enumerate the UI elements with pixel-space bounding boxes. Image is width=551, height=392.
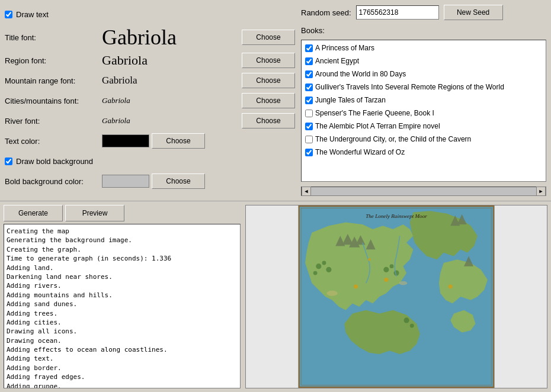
svg-point-26 xyxy=(399,281,408,285)
book-label: Around the World in 80 Days xyxy=(315,70,406,78)
log-line: Adding text. xyxy=(7,354,238,363)
book-checkbox[interactable] xyxy=(305,83,313,91)
draw-text-label: Draw text xyxy=(16,10,49,19)
book-item: Spenser's The Faerie Queene, Book I xyxy=(303,107,544,120)
region-font-label: Region font: xyxy=(5,56,100,65)
log-line: Drawing ocean. xyxy=(7,336,238,345)
svg-point-21 xyxy=(449,284,453,288)
random-seed-input[interactable] xyxy=(356,5,439,20)
bold-background-color-choose-button[interactable]: Choose xyxy=(152,173,205,189)
title-font-choose-button[interactable]: Choose xyxy=(242,30,295,45)
generate-button[interactable]: Generate xyxy=(4,205,63,221)
preview-button[interactable]: Preview xyxy=(65,205,124,221)
log-line: Adding trees. xyxy=(7,309,238,318)
text-color-choose-button[interactable]: Choose xyxy=(152,133,205,149)
book-item: Ancient Egypt xyxy=(303,54,544,68)
log-line: Creating the graph. xyxy=(7,245,238,254)
title-font-label: Title font: xyxy=(5,33,100,42)
book-checkbox[interactable] xyxy=(305,44,313,52)
mountain-range-font-choose-button[interactable]: Choose xyxy=(242,73,295,88)
svg-point-19 xyxy=(384,278,388,282)
log-line: Creating the map xyxy=(7,227,238,236)
log-line: Darkening land near shores. xyxy=(7,272,238,281)
draw-bold-background-checkbox[interactable] xyxy=(5,158,12,165)
scroll-track[interactable] xyxy=(311,187,536,195)
draw-text-checkbox[interactable] xyxy=(5,11,12,18)
log-line: Adding sand dunes. xyxy=(7,300,238,309)
book-label: A Princess of Mars xyxy=(315,44,374,52)
log-line: Adding border. xyxy=(7,364,238,372)
books-scrollbar[interactable]: ◄ ► xyxy=(301,187,546,196)
title-font-preview: Gabriola xyxy=(102,25,239,50)
draw-bold-background-label: Draw bold background xyxy=(16,157,93,166)
svg-point-10 xyxy=(322,261,326,265)
book-checkbox[interactable] xyxy=(305,57,313,65)
scroll-right-arrow[interactable]: ► xyxy=(536,187,546,196)
svg-point-20 xyxy=(368,258,371,261)
svg-point-11 xyxy=(326,267,331,272)
river-font-label: River font: xyxy=(5,117,100,126)
book-checkbox[interactable] xyxy=(305,136,313,143)
book-item: Gulliver's Travels Into Several Remote R… xyxy=(303,81,544,94)
books-label: Books: xyxy=(301,26,546,35)
book-label: The Wonderful Wizard of Oz xyxy=(315,148,405,156)
text-color-label: Text color: xyxy=(5,137,100,146)
text-color-swatch[interactable] xyxy=(102,134,149,147)
book-label: Spenser's The Faerie Queene, Book I xyxy=(315,109,434,117)
book-item: The Alembic Plot A Terran Empire novel xyxy=(303,120,544,133)
book-item: A Princess of Mars xyxy=(303,41,544,54)
book-checkbox[interactable] xyxy=(305,123,313,130)
book-checkbox[interactable] xyxy=(305,97,313,104)
log-line: Adding land. xyxy=(7,264,238,272)
svg-point-18 xyxy=(354,284,358,288)
mountain-range-font-preview: Gabriola xyxy=(102,75,239,86)
book-item: The Underground City, or, the Child of t… xyxy=(303,133,544,146)
svg-point-16 xyxy=(404,317,409,323)
region-font-choose-button[interactable]: Choose xyxy=(242,53,295,68)
book-item: Around the World in 80 Days xyxy=(303,68,544,81)
book-label: Ancient Egypt xyxy=(315,57,359,65)
cities-mountains-font-preview: Gabriola xyxy=(102,96,239,105)
book-checkbox[interactable] xyxy=(305,110,313,117)
river-font-choose-button[interactable]: Choose xyxy=(242,113,295,128)
log-line: Generating the background image. xyxy=(7,236,238,245)
book-item: The Wonderful Wizard of Oz xyxy=(303,146,544,159)
book-label: The Alembic Plot A Terran Empire novel xyxy=(315,122,440,130)
log-line: Adding cities. xyxy=(7,318,238,327)
cities-mountains-font-label: Cities/mountains font: xyxy=(5,97,100,105)
book-label: Jungle Tales of Tarzan xyxy=(315,96,386,104)
log-line: Adding mountains and hills. xyxy=(7,291,238,300)
map-preview: The Lonely Rainswept Moor xyxy=(245,205,547,388)
random-seed-label: Random seed: xyxy=(301,8,351,17)
mountain-range-font-label: Mountain range font: xyxy=(5,76,100,85)
book-label: Gulliver's Travels Into Several Remote R… xyxy=(315,83,504,91)
books-list: A Princess of MarsAncient EgyptAround th… xyxy=(301,40,546,182)
svg-point-25 xyxy=(327,291,338,296)
log-line: Time to generate graph (in seconds): 1.3… xyxy=(7,254,238,263)
log-line: Drawing all icons. xyxy=(7,327,238,336)
log-line: Adding effects to ocean along coastlines… xyxy=(7,345,238,354)
book-item: Jungle Tales of Tarzan xyxy=(303,94,544,107)
new-seed-button[interactable]: New Seed xyxy=(444,5,503,20)
log-line: Adding grunge. xyxy=(7,382,238,388)
scroll-left-arrow[interactable]: ◄ xyxy=(302,187,311,196)
bold-background-color-label: Bold background color: xyxy=(5,177,100,186)
bold-background-color-swatch[interactable] xyxy=(102,175,149,188)
log-line: Adding frayed edges. xyxy=(7,372,238,381)
book-checkbox[interactable] xyxy=(305,70,313,78)
svg-point-17 xyxy=(410,324,414,328)
log-line: Adding rivers. xyxy=(7,281,238,290)
map-svg: The Lonely Rainswept Moor xyxy=(246,205,547,388)
cities-mountains-font-choose-button[interactable]: Choose xyxy=(242,93,295,108)
svg-point-13 xyxy=(383,267,389,272)
book-label: The Underground City, or, the Child of t… xyxy=(315,135,471,143)
region-font-preview: Gabriola xyxy=(102,53,239,68)
book-checkbox[interactable] xyxy=(305,149,313,156)
svg-point-12 xyxy=(313,271,318,275)
river-font-preview: Gabriola xyxy=(102,116,239,126)
svg-text:The Lonely Rainswept Moor: The Lonely Rainswept Moor xyxy=(366,213,427,219)
svg-point-14 xyxy=(390,264,394,268)
log-area: Creating the mapGenerating the backgroun… xyxy=(4,224,241,388)
svg-point-9 xyxy=(316,264,321,269)
